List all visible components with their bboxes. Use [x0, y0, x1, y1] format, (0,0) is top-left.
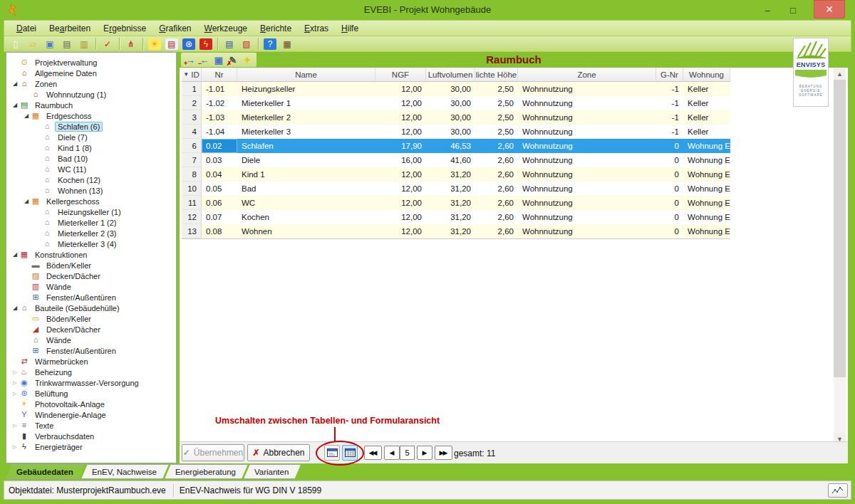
table-cell[interactable]: Wohnnutzung — [518, 139, 656, 153]
table-cell[interactable]: -1 — [656, 96, 683, 110]
table-cell[interactable]: 7 — [182, 153, 202, 167]
table-cell[interactable]: -1.01 — [202, 82, 237, 96]
sidebar-item-kind-1-8[interactable]: ⌂Kind 1 (8) — [6, 142, 176, 153]
sidebar-item-kellergeschoss[interactable]: ◢▦Kellergeschoss — [6, 196, 176, 206]
help-icon[interactable]: ? — [262, 37, 278, 51]
table-cell[interactable]: 12,00 — [375, 110, 426, 125]
table-cell[interactable]: Kind 1 — [237, 167, 375, 182]
calculator-icon[interactable]: ▦ — [279, 37, 295, 51]
table-cell[interactable]: 0 — [656, 139, 683, 153]
expand-arrow-icon[interactable]: ▷ — [11, 391, 19, 397]
table-cell[interactable]: Wohnnutzung — [518, 182, 656, 196]
table-row[interactable]: 3-1.03Mieterkeller 212,0030,002,50Wohnnu… — [182, 110, 730, 125]
table-cell[interactable]: 41,60 — [426, 153, 475, 167]
table-cell[interactable]: 0.05 — [202, 182, 237, 196]
table-cell[interactable]: 31,20 — [426, 210, 475, 224]
table-cell[interactable]: Diele — [237, 153, 375, 167]
sidebar-item-raumbuch[interactable]: ◢▤Raumbuch — [6, 100, 176, 110]
sidebar-item-wohnnutzung-1[interactable]: ⌂Wohnnutzung (1) — [6, 89, 176, 100]
menu-item-extras[interactable]: Extras — [298, 22, 335, 35]
table-cell[interactable]: -1 — [656, 125, 683, 139]
table-row[interactable]: 2-1.02Mieterkeller 112,0030,002,50Wohnnu… — [182, 96, 730, 110]
fan-icon[interactable]: ⊛ — [181, 37, 197, 51]
table-cell[interactable]: 0 — [656, 153, 683, 167]
table-cell[interactable]: 0.02 — [202, 139, 237, 153]
minimize-button[interactable]: – — [757, 0, 778, 20]
table-cell[interactable]: Kochen — [237, 210, 375, 224]
form-view-button[interactable] — [324, 445, 340, 461]
table-cell[interactable]: Mieterkeller 2 — [237, 110, 375, 125]
sidebar-item-energietr-ger[interactable]: ▷ϟEnergieträger — [6, 441, 176, 452]
table-row[interactable]: 4-1.04Mieterkeller 312,0030,002,50Wohnnu… — [182, 125, 730, 139]
table-row[interactable]: 130.08Wohnen12,0031,202,60Wohnnutzung0Wo… — [182, 224, 730, 238]
sidebar-item-w-nde[interactable]: ⌂Wände — [6, 335, 176, 345]
table-cell[interactable]: 31,20 — [426, 196, 475, 210]
tab-geb-udedaten[interactable]: Gebäudedaten — [6, 464, 86, 479]
sidebar-item-mieterkeller-1-2[interactable]: ⌂Mieterkeller 1 (2) — [6, 217, 176, 228]
sidebar-item-wohnen-13[interactable]: ⌂Wohnen (13) — [6, 185, 176, 196]
table-cell[interactable]: 31,20 — [426, 182, 475, 196]
chart-button[interactable] — [828, 483, 848, 498]
sidebar-item-fenster-au-ent-ren[interactable]: ⊞Fenster/Außentüren — [6, 345, 176, 356]
tab-energieberatung[interactable]: Energieberatung — [165, 464, 248, 479]
table-cell[interactable]: 2,50 — [475, 110, 518, 125]
sidebar-item-kochen-12[interactable]: ⌂Kochen (12) — [6, 174, 176, 185]
validate-check-icon[interactable]: ✓ — [100, 37, 115, 51]
table-cell[interactable]: 10 — [182, 182, 202, 196]
collapse-arrow-icon[interactable]: ◢ — [22, 198, 31, 204]
cancel-button[interactable]: ✗Abbrechen — [247, 444, 310, 461]
column-header-wohnung[interactable]: Wohnung — [683, 68, 730, 82]
table-cell[interactable]: Keller — [683, 96, 730, 110]
sidebar-item-erdgeschoss[interactable]: ◢▦Erdgeschoss — [6, 110, 176, 121]
sidebar-item-w-nde[interactable]: ▥Wände — [6, 281, 176, 292]
table-cell[interactable]: Keller — [683, 82, 730, 96]
print-icon[interactable]: ▤ — [59, 37, 75, 51]
table-cell[interactable]: Wohnnutzung — [518, 196, 656, 210]
table-cell[interactable]: -1 — [656, 82, 683, 96]
sidebar-item-diele-7[interactable]: ⌂Diele (7) — [6, 132, 176, 142]
table-cell[interactable]: Wohnen — [237, 224, 375, 238]
tab-enev-nachweise[interactable]: EnEV, Nachweise — [81, 464, 169, 479]
column-header-lichte-h-he[interactable]: lichte Höhe — [475, 68, 518, 82]
scroll-up-icon[interactable]: ▲ — [834, 68, 846, 80]
table-row[interactable]: 60.02Schlafen17,9046,532,60Wohnnutzung0W… — [182, 139, 730, 153]
table-cell[interactable]: Schlafen — [237, 139, 375, 153]
sidebar-item-texte[interactable]: ▷≡Texte — [6, 420, 176, 431]
table-cell[interactable]: 0 — [656, 210, 683, 224]
table-cell[interactable]: 2,60 — [475, 210, 518, 224]
table-cell[interactable]: 30,00 — [426, 96, 475, 110]
table-cell[interactable]: Wohnung EG — [683, 196, 730, 210]
sidebar-item-allgemeine-daten[interactable]: ⌂Allgemeine Daten — [6, 68, 176, 78]
table-cell[interactable]: Wohnung EG — [683, 153, 730, 167]
first-record-button[interactable]: ◀◀ — [364, 446, 382, 460]
sidebar-item-windenergie-anlage[interactable]: YWindenergie-Anlage — [6, 409, 176, 420]
table-cell[interactable]: -1 — [656, 110, 683, 125]
table-row[interactable]: 70.03Diele16,0041,602,60Wohnnutzung0Wohn… — [182, 153, 730, 167]
sidebar-item-decken-d-cher[interactable]: ▨Decken/Dächer — [6, 271, 176, 281]
table-cell[interactable]: Wohnnutzung — [518, 82, 656, 96]
expand-arrow-icon[interactable]: ▷ — [11, 380, 19, 386]
table-cell[interactable]: Wohnung EG — [683, 210, 730, 224]
column-header-nr[interactable]: Nr — [202, 68, 237, 82]
expand-arrow-icon[interactable]: ▷ — [11, 369, 19, 375]
lightning-icon[interactable]: ϟ — [198, 37, 214, 51]
sidebar-item-mieterkeller-2-3[interactable]: ⌂Mieterkeller 2 (3) — [6, 228, 176, 238]
table-row[interactable]: 1-1.01Heizungskeller12,0030,002,50Wohnnu… — [182, 82, 730, 96]
table-cell[interactable]: 2,60 — [475, 224, 518, 238]
collapse-arrow-icon[interactable]: ◢ — [11, 305, 19, 311]
table-cell[interactable]: 3 — [182, 110, 202, 125]
table-cell[interactable]: Keller — [683, 125, 730, 139]
table-cell[interactable]: 0 — [656, 224, 683, 238]
close-button[interactable]: ✕ — [814, 0, 845, 19]
table-row[interactable]: 80.04Kind 112,0031,202,60Wohnnutzung0Woh… — [182, 167, 730, 182]
table-cell[interactable]: Wohnung EG — [683, 224, 730, 238]
sidebar-item-b-den-keller[interactable]: ▬Böden/Keller — [6, 260, 176, 271]
sidebar-item-fenster-au-ent-ren[interactable]: ⊞Fenster/Außentüren — [6, 292, 176, 303]
sidebar-item-bel-ftung[interactable]: ▷⊛Belüftung — [6, 388, 176, 399]
table-cell[interactable]: 2,60 — [475, 167, 518, 182]
report-icon[interactable]: ▤ — [222, 37, 237, 51]
collapse-arrow-icon[interactable]: ◢ — [11, 251, 19, 258]
sidebar-item-photovoltaik-anlage[interactable]: ☀Photovoltaik-Anlage — [6, 399, 176, 409]
column-header-luftvolumen[interactable]: Luftvolumen — [426, 68, 475, 82]
table-cell[interactable]: 11 — [182, 196, 202, 210]
